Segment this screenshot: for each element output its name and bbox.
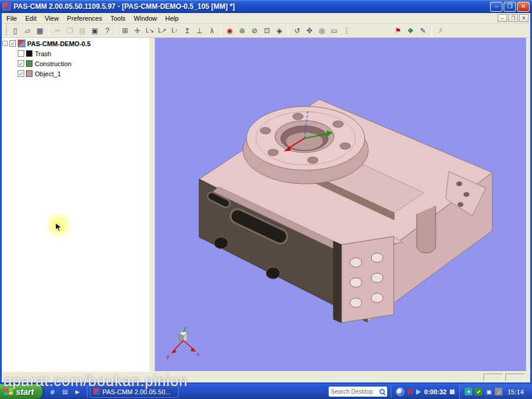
more-tools-icon[interactable]: ⋮ bbox=[340, 25, 353, 37]
bolt-hole-2 bbox=[307, 157, 318, 164]
menu-view[interactable]: View bbox=[41, 14, 63, 23]
flag-icon[interactable]: ⚑ bbox=[392, 25, 404, 37]
3d-viewport-canvas[interactable]: x y bbox=[155, 38, 526, 371]
cad-model bbox=[199, 99, 492, 323]
network-icon[interactable]: ▣ bbox=[485, 388, 492, 395]
play-icon[interactable] bbox=[416, 389, 421, 395]
menu-help[interactable]: Help bbox=[161, 14, 183, 23]
zoom-view-icon[interactable]: ◎ bbox=[316, 25, 328, 37]
messenger-icon[interactable]: ✦ bbox=[465, 388, 472, 395]
object-1-swatch bbox=[26, 70, 33, 77]
zoom-window-icon[interactable]: ▭ bbox=[328, 25, 340, 37]
open-folder-icon[interactable]: ▱ bbox=[21, 25, 34, 37]
mouse-cursor-icon bbox=[55, 222, 64, 233]
vector-icon[interactable]: ↥ bbox=[181, 25, 193, 37]
toolbar-grip bbox=[5, 25, 7, 36]
pause-icon[interactable] bbox=[408, 389, 413, 394]
object-1-label[interactable]: Object_1 bbox=[35, 70, 61, 77]
triad-label-x: x bbox=[197, 351, 200, 357]
trash-label[interactable]: Trash bbox=[35, 50, 51, 57]
grid-hole-2 bbox=[371, 253, 383, 262]
close-button[interactable]: ✕ bbox=[517, 2, 530, 12]
mdi-minimize-button[interactable]: – bbox=[498, 14, 507, 22]
construction-label[interactable]: Construction bbox=[35, 60, 72, 67]
mdi-restore-button[interactable]: ❐ bbox=[508, 14, 518, 22]
target-green-icon[interactable]: ⊕ bbox=[236, 25, 248, 37]
align-x-icon[interactable]: L↘ bbox=[144, 25, 156, 37]
tree-item-trash[interactable]: Trash bbox=[18, 49, 150, 58]
left-hole-2 bbox=[266, 267, 280, 279]
align-z-icon[interactable]: L↑ bbox=[168, 25, 181, 37]
toolbar-separator bbox=[48, 25, 49, 36]
probe-red-icon[interactable]: ◉ bbox=[223, 25, 236, 37]
delete-icon[interactable]: ✗ bbox=[434, 25, 447, 37]
tree-item-construction[interactable]: ✓ Construction bbox=[18, 59, 150, 68]
boxed-dot-icon[interactable]: ⊡ bbox=[261, 25, 273, 37]
minimize-button[interactable]: – bbox=[490, 2, 502, 12]
object-1-checkbox[interactable]: ✓ bbox=[18, 70, 24, 77]
new-file-icon[interactable]: ▯ bbox=[9, 25, 21, 37]
window-title: PAS-CMM 2.00.05.50.1109.5.97 - [PAS-CMM-… bbox=[14, 2, 490, 11]
search-input[interactable] bbox=[331, 388, 377, 395]
paste-icon[interactable]: ▤ bbox=[76, 25, 89, 37]
facet-hole-2 bbox=[463, 192, 469, 197]
mdi-close-button[interactable]: ✕ bbox=[519, 14, 528, 22]
maximize-button[interactable]: ❐ bbox=[504, 2, 516, 12]
status-panel-1 bbox=[484, 374, 503, 381]
construction-checkbox[interactable]: ✓ bbox=[18, 60, 24, 67]
recorder-logo-icon[interactable] bbox=[396, 388, 404, 396]
copy-icon[interactable]: ❐ bbox=[64, 25, 76, 37]
grid-hole-4 bbox=[371, 273, 383, 283]
menu-window[interactable]: Window bbox=[129, 14, 161, 23]
rotate-view-icon[interactable]: ↺ bbox=[291, 25, 303, 37]
align-y-icon[interactable]: L↗ bbox=[156, 25, 168, 37]
toolbar-separator bbox=[116, 25, 116, 36]
report-icon[interactable]: ❖ bbox=[404, 25, 417, 37]
perpendicular-icon[interactable]: ⊥ bbox=[193, 25, 206, 37]
volume-icon[interactable]: ♪ bbox=[495, 388, 502, 395]
probe-icon[interactable]: ✛ bbox=[131, 25, 144, 37]
toolbar: ▯ ▱ ▦ ✂ ❐ ▤ ▣ ? ⊞ ✛ L↘ L↗ L↑ ↥ ⊥ λ ◉ ⊕ ⊘… bbox=[0, 24, 532, 38]
screen-recorder-controls: 0:00:32 bbox=[391, 388, 460, 396]
antivirus-icon[interactable]: ✔ bbox=[475, 388, 482, 395]
toolbar-separator bbox=[288, 25, 288, 36]
pan-view-icon[interactable]: ✜ bbox=[303, 25, 316, 37]
tree-item-object-1[interactable]: ✓ Object_1 bbox=[18, 69, 150, 78]
save-icon[interactable]: ▦ bbox=[34, 25, 46, 37]
search-icon[interactable] bbox=[379, 389, 385, 394]
system-tray: ✦ ✔ ▣ ♪ 15:14 bbox=[459, 384, 532, 399]
u-notch bbox=[417, 206, 436, 253]
menu-edit[interactable]: Edit bbox=[21, 14, 41, 23]
trash-checkbox[interactable] bbox=[18, 50, 24, 57]
triad-axis-1 bbox=[173, 340, 183, 352]
taskbar-clock: 15:14 bbox=[505, 388, 528, 395]
tree-expander-icon[interactable]: - bbox=[2, 41, 8, 46]
no-entry-icon[interactable]: ⊘ bbox=[248, 25, 261, 37]
facet-hole-3 bbox=[458, 202, 463, 207]
grid-icon[interactable]: ⊞ bbox=[119, 25, 131, 37]
cut-icon[interactable]: ✂ bbox=[51, 25, 64, 37]
help-icon[interactable]: ? bbox=[101, 25, 113, 37]
tree-root-checkbox[interactable]: ✓ bbox=[9, 40, 16, 47]
edit-icon[interactable]: ✎ bbox=[417, 25, 429, 37]
stop-icon[interactable] bbox=[450, 390, 455, 394]
viewport: x y bbox=[155, 38, 526, 371]
menu-tools[interactable]: Tools bbox=[106, 14, 130, 23]
grid-block-face bbox=[342, 236, 394, 323]
lambda-icon[interactable]: λ bbox=[206, 25, 218, 37]
menu-preferences[interactable]: Preferences bbox=[63, 14, 106, 23]
grid-hole-6 bbox=[371, 293, 383, 303]
toolbar-separator bbox=[432, 25, 432, 36]
search-box[interactable] bbox=[329, 387, 387, 397]
tree-root-label[interactable]: PAS-CMM-DEMO-0.5 bbox=[27, 40, 90, 47]
model-tree-panel: - ✓ PAS-CMM-DEMO-0.5 Trash ✓ Constructio… bbox=[0, 38, 150, 371]
print-icon[interactable]: ▣ bbox=[89, 25, 101, 37]
watermark-text: aparat.com/boukan.pinion bbox=[4, 372, 188, 390]
panel-splitter[interactable] bbox=[150, 38, 155, 371]
diamond-icon[interactable]: ◈ bbox=[273, 25, 286, 37]
menu-file[interactable]: File bbox=[2, 14, 21, 23]
tree-root-row[interactable]: - ✓ PAS-CMM-DEMO-0.5 bbox=[2, 39, 150, 48]
toolbar-separator bbox=[220, 25, 221, 36]
status-panel-2 bbox=[505, 374, 525, 381]
recording-timer: 0:00:32 bbox=[424, 388, 447, 395]
